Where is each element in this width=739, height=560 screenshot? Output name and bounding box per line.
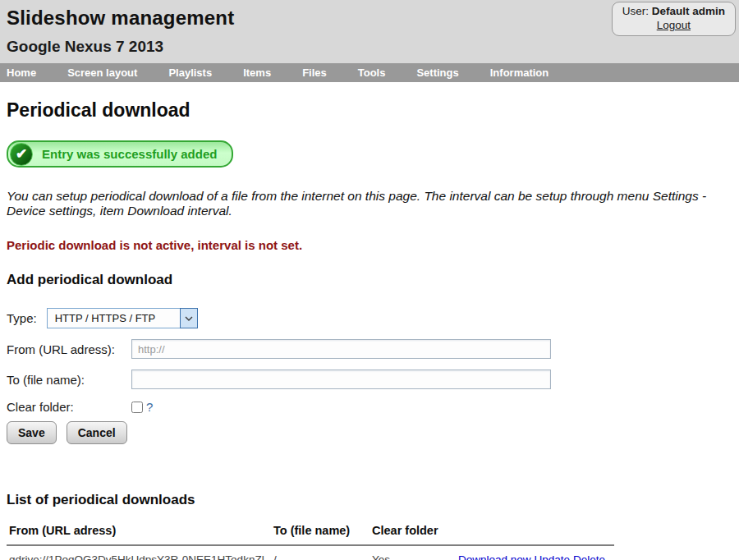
update-link[interactable]: Update: [535, 553, 571, 560]
delete-link[interactable]: Delete: [573, 553, 605, 560]
type-select-value: HTTP / HTTPS / FTP: [55, 312, 156, 324]
from-label: From (URL adress):: [7, 342, 131, 356]
column-header-actions: [456, 519, 614, 545]
column-header-from: From (URL adress): [7, 519, 271, 545]
cell-to-filename: /: [271, 545, 370, 560]
page-title: Periodical download: [7, 99, 732, 122]
user-box: User: Default admin Logout: [612, 2, 736, 36]
from-url-input[interactable]: [131, 339, 551, 359]
to-label: To (file name):: [7, 373, 131, 387]
cell-actions: Download nowUpdateDelete: [456, 545, 614, 560]
nav-item-tools[interactable]: Tools: [358, 67, 386, 79]
download-now-link[interactable]: Download now: [458, 553, 531, 560]
to-row: To (file name):: [7, 370, 732, 389]
intro-text: You can setup periodical download of a f…: [7, 189, 718, 218]
cell-from-url: gdrive://1PoqQG3Dv5HkUdpsY3R-0NEE1HTodkn…: [7, 545, 271, 560]
form-buttons: Save Cancel: [7, 421, 732, 444]
nav-item-home[interactable]: Home: [7, 67, 36, 79]
help-icon[interactable]: ?: [146, 400, 153, 414]
save-button[interactable]: Save: [7, 421, 57, 444]
user-line: User: Default admin: [622, 5, 725, 17]
success-banner: ✔ Entry was successfully added: [7, 140, 233, 168]
from-row: From (URL adress):: [7, 339, 732, 359]
success-check-icon: ✔: [10, 143, 33, 166]
clear-folder-label: Clear folder:: [7, 400, 131, 414]
cancel-button[interactable]: Cancel: [67, 421, 127, 444]
user-name: Default admin: [652, 5, 725, 17]
main-nav: Home Screen layout Playlists Items Files…: [0, 63, 739, 82]
nav-item-playlists[interactable]: Playlists: [168, 67, 212, 79]
add-download-heading: Add periodical download: [7, 272, 732, 288]
chevron-down-icon[interactable]: [180, 308, 198, 328]
success-message: Entry was successfully added: [42, 147, 217, 161]
nav-item-information[interactable]: Information: [490, 67, 549, 79]
nav-item-screen-layout[interactable]: Screen layout: [67, 67, 137, 79]
clear-folder-row: Clear folder: ?: [7, 400, 732, 414]
to-filename-input[interactable]: [131, 370, 551, 389]
main-content: Periodical download ✔ Entry was successf…: [0, 99, 739, 560]
app-header: Slideshow management Google Nexus 7 2013…: [0, 0, 739, 63]
nav-item-settings[interactable]: Settings: [416, 67, 458, 79]
user-label: User:: [622, 5, 649, 17]
type-label: Type:: [7, 311, 37, 325]
device-title: Google Nexus 7 2013: [7, 38, 739, 56]
type-select[interactable]: HTTP / HTTPS / FTP: [47, 308, 198, 328]
cell-clear-folder: Yes: [370, 545, 456, 560]
column-header-to: To (file name): [271, 519, 370, 545]
nav-item-files[interactable]: Files: [302, 67, 327, 79]
nav-item-items[interactable]: Items: [243, 67, 271, 79]
clear-folder-checkbox[interactable]: [131, 402, 143, 413]
table-header-row: From (URL adress) To (file name) Clear f…: [7, 519, 614, 545]
table-row: gdrive://1PoqQG3Dv5HkUdpsY3R-0NEE1HTodkn…: [7, 545, 614, 560]
column-header-clear-folder: Clear folder: [370, 519, 456, 545]
downloads-list-heading: List of periodical downloads: [7, 492, 732, 508]
logout-link[interactable]: Logout: [657, 19, 691, 31]
warning-text: Periodic download is not active, interva…: [7, 238, 732, 252]
downloads-table: From (URL adress) To (file name) Clear f…: [7, 519, 614, 560]
add-download-form: Type: HTTP / HTTPS / FTP From (URL adres…: [7, 308, 732, 444]
type-row: Type: HTTP / HTTPS / FTP: [7, 308, 732, 328]
